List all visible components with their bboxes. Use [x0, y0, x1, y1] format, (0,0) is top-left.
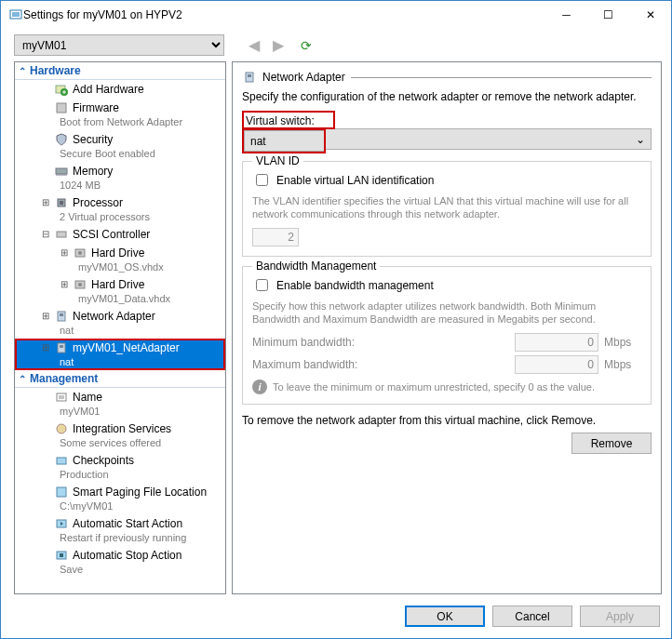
- bandwidth-legend: Bandwidth Management: [252, 260, 380, 273]
- bandwidth-help-text: Specify how this network adapter utilize…: [252, 300, 641, 326]
- nav-back-icon[interactable]: ◀: [245, 36, 263, 54]
- virtual-switch-value-box: nat: [244, 130, 324, 152]
- management-section-header[interactable]: ⌃ Management: [15, 370, 225, 388]
- virtual-switch-dropdown[interactable]: ⌄: [326, 128, 652, 150]
- min-bandwidth-input[interactable]: [515, 333, 598, 352]
- tree-memory[interactable]: Memory 1024 MB: [15, 162, 225, 193]
- app-icon: [8, 7, 23, 22]
- expander-icon[interactable]: ⊞: [41, 310, 50, 323]
- settings-tree[interactable]: ⌃ Hardware Add Hardware Firmware Boot fr…: [14, 61, 226, 594]
- remove-button[interactable]: Remove: [571, 433, 652, 454]
- remove-description: To remove the network adapter from this …: [242, 414, 652, 427]
- nav-buttons: ◀ ▶ ⟳: [245, 36, 312, 54]
- svg-point-18: [57, 424, 66, 433]
- tree-checkpoints[interactable]: Checkpoints Production: [15, 451, 225, 483]
- tree-add-hardware[interactable]: Add Hardware: [15, 80, 225, 99]
- cpu-icon: [54, 195, 69, 210]
- toolbar: myVM01 ◀ ▶ ⟳: [1, 29, 671, 56]
- chevron-down-icon: ⌄: [636, 133, 645, 146]
- nav-forward-icon[interactable]: ▶: [269, 36, 288, 54]
- chevron-up-icon: ⌃: [19, 66, 26, 76]
- tree-auto-start[interactable]: Automatic Start Action Restart if previo…: [15, 514, 225, 546]
- virtual-switch-label: Virtual switch:: [246, 114, 315, 127]
- vlan-id-input[interactable]: [252, 228, 299, 246]
- memory-icon: [54, 164, 69, 179]
- maximize-button[interactable]: ☐: [587, 1, 629, 29]
- titlebar: Settings for myVM01 on HYPV2 ─ ☐ ✕: [1, 1, 671, 29]
- network-icon: [54, 340, 69, 355]
- tree-hard-drive-2[interactable]: ⊞Hard Drive myVM01_Data.vhdx: [15, 275, 225, 307]
- svg-point-10: [78, 251, 82, 255]
- max-bandwidth-label: Maximum bandwidth:: [252, 358, 509, 371]
- detail-pane: Network Adapter Specify the configuratio…: [232, 61, 662, 594]
- divider: [351, 77, 652, 78]
- firmware-icon: [54, 100, 69, 115]
- chevron-up-icon: ⌃: [19, 374, 26, 384]
- detail-title: Network Adapter: [262, 71, 345, 84]
- expander-icon[interactable]: ⊟: [41, 228, 50, 241]
- svg-rect-1: [12, 12, 20, 17]
- unit-label: Mbps: [604, 358, 641, 371]
- tree-processor[interactable]: ⊞Processor 2 Virtual processors: [15, 193, 225, 225]
- svg-rect-7: [60, 201, 63, 205]
- vlan-fieldset: VLAN ID Enable virtual LAN identificatio…: [242, 161, 652, 257]
- controller-icon: [54, 227, 69, 242]
- expander-icon[interactable]: ⊞: [41, 196, 50, 209]
- minimize-button[interactable]: ─: [545, 1, 587, 29]
- bandwidth-info-text: To leave the minimum or maximum unrestri…: [273, 380, 595, 393]
- hardware-label: Hardware: [30, 64, 81, 77]
- add-icon: [54, 82, 69, 97]
- bandwidth-fieldset: Bandwidth Management Enable bandwidth ma…: [242, 266, 652, 405]
- tree-network-adapter-2[interactable]: ⊞myVM01_NetAdapter nat: [15, 339, 225, 370]
- vlan-help-text: The VLAN identifier specifies the virtua…: [252, 194, 641, 220]
- name-icon: [54, 390, 69, 405]
- svg-rect-20: [57, 487, 66, 497]
- min-bandwidth-label: Minimum bandwidth:: [252, 336, 509, 349]
- start-icon: [54, 516, 69, 531]
- bandwidth-enable-checkbox[interactable]: [256, 279, 268, 291]
- tree-hard-drive-1[interactable]: ⊞Hard Drive myVM01_OS.vhdx: [15, 244, 225, 275]
- tree-security[interactable]: Security Secure Boot enabled: [15, 130, 225, 162]
- svg-rect-14: [60, 313, 63, 316]
- tree-network-adapter-1[interactable]: ⊞Network Adapter nat: [15, 307, 225, 339]
- shield-icon: [54, 132, 69, 147]
- settings-window: Settings for myVM01 on HYPV2 ─ ☐ ✕ myVM0…: [0, 0, 672, 639]
- svg-rect-17: [57, 393, 66, 401]
- svg-rect-4: [57, 103, 66, 113]
- management-label: Management: [30, 372, 98, 385]
- max-bandwidth-input[interactable]: [515, 355, 598, 374]
- unit-label: Mbps: [604, 336, 641, 349]
- svg-rect-16: [60, 345, 63, 348]
- detail-description: Specify the configuration of the network…: [242, 90, 652, 103]
- svg-rect-5: [56, 168, 67, 174]
- svg-rect-8: [57, 232, 66, 237]
- hardware-section-header[interactable]: ⌃ Hardware: [15, 62, 225, 80]
- paging-icon: [54, 485, 69, 499]
- tree-integration-services[interactable]: Integration Services Some services offer…: [15, 419, 225, 451]
- expander-icon[interactable]: ⊞: [60, 246, 69, 260]
- vlan-legend: VLAN ID: [252, 154, 303, 167]
- close-button[interactable]: ✕: [629, 1, 671, 29]
- body: ⌃ Hardware Add Hardware Firmware Boot fr…: [1, 56, 671, 598]
- refresh-icon[interactable]: ⟳: [301, 38, 312, 53]
- network-icon: [242, 70, 257, 85]
- tree-scsi-controller[interactable]: ⊟SCSI Controller: [15, 225, 225, 244]
- disk-icon: [73, 246, 87, 260]
- cancel-button[interactable]: Cancel: [492, 606, 572, 627]
- vm-selector[interactable]: myVM01: [14, 34, 224, 56]
- info-icon: i: [252, 379, 267, 394]
- svg-rect-19: [57, 458, 66, 464]
- ok-button[interactable]: OK: [405, 606, 485, 627]
- tree-firmware[interactable]: Firmware Boot from Network Adapter: [15, 99, 225, 130]
- expander-icon[interactable]: ⊞: [60, 278, 69, 291]
- detail-header: Network Adapter: [242, 70, 652, 85]
- apply-button[interactable]: Apply: [580, 606, 660, 627]
- tree-name[interactable]: Name myVM01: [15, 388, 225, 419]
- tree-smart-paging[interactable]: Smart Paging File Location C:\myVM01: [15, 483, 225, 514]
- services-icon: [54, 421, 69, 436]
- svg-point-12: [78, 283, 82, 286]
- checkpoint-icon: [54, 453, 69, 468]
- expander-icon[interactable]: ⊞: [41, 341, 50, 354]
- vlan-enable-checkbox[interactable]: [256, 174, 268, 186]
- tree-auto-stop[interactable]: Automatic Stop Action Save: [15, 546, 225, 578]
